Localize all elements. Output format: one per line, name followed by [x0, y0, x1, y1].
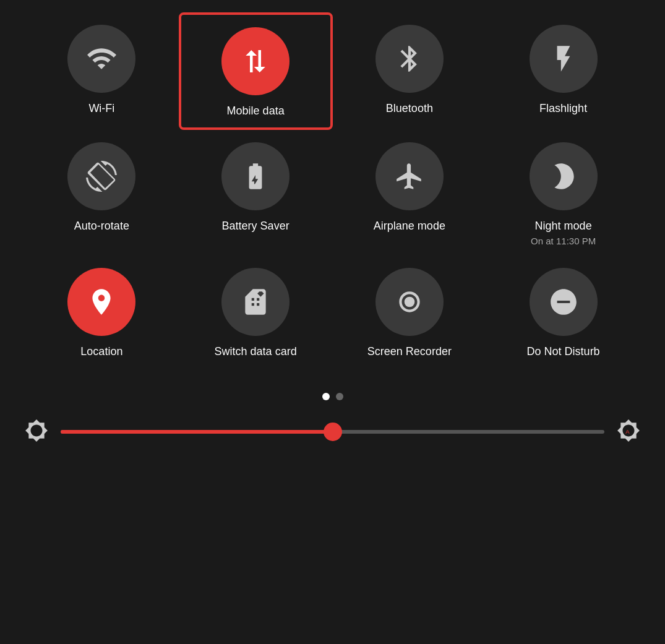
location-icon-circle — [67, 268, 135, 336]
flashlight-icon — [548, 43, 579, 74]
pagination-dots — [0, 393, 665, 400]
svg-text:A: A — [625, 428, 630, 435]
quick-settings-panel: Wi-Fi Mobile data Bluetooth — [0, 0, 665, 445]
wifi-icon — [86, 43, 117, 74]
tile-bluetooth[interactable]: Bluetooth — [333, 12, 487, 130]
battery-saver-label: Battery Saver — [222, 219, 290, 233]
switch-data-card-label: Switch data card — [215, 345, 297, 359]
night-mode-icon-circle — [530, 142, 598, 210]
tile-night-mode[interactable]: Night mode On at 11:30 PM — [486, 130, 640, 255]
dnd-icon — [548, 286, 579, 317]
brightness-low-icon — [25, 419, 48, 445]
dnd-label: Do Not Disturb — [527, 345, 600, 359]
tile-wifi[interactable]: Wi-Fi — [25, 12, 179, 130]
brightness-slider-thumb[interactable] — [324, 423, 342, 441]
bluetooth-icon-circle — [375, 25, 444, 93]
dot-2[interactable] — [336, 393, 343, 400]
wifi-label: Wi-Fi — [88, 101, 114, 116]
tile-switch-data-card[interactable]: Switch data card — [179, 255, 333, 368]
tile-screen-recorder[interactable]: Screen Recorder — [333, 255, 487, 368]
tile-flashlight[interactable]: Flashlight — [486, 12, 640, 130]
airplane-icon — [394, 161, 425, 192]
screen-recorder-label: Screen Recorder — [367, 345, 452, 359]
flashlight-icon-circle — [530, 25, 598, 93]
battery-saver-icon — [240, 161, 271, 192]
mobile-data-icon — [239, 45, 272, 78]
location-icon — [86, 286, 117, 317]
brightness-row: A — [0, 419, 665, 445]
night-mode-icon — [548, 161, 579, 192]
night-mode-label: Night mode — [535, 219, 592, 233]
screen-recorder-icon — [394, 286, 425, 317]
tile-airplane-mode[interactable]: Airplane mode — [333, 130, 487, 255]
dnd-icon-circle — [530, 268, 598, 336]
brightness-slider-track[interactable] — [61, 430, 604, 434]
tiles-grid: Wi-Fi Mobile data Bluetooth — [0, 0, 665, 374]
tile-location[interactable]: Location — [25, 255, 179, 368]
airplane-icon-circle — [375, 142, 444, 210]
airplane-mode-label: Airplane mode — [374, 219, 445, 233]
bluetooth-label: Bluetooth — [386, 101, 433, 116]
bluetooth-icon — [394, 43, 425, 74]
mobile-data-icon-circle — [221, 27, 290, 95]
dot-1[interactable] — [322, 393, 330, 400]
brightness-auto-icon: A — [617, 419, 640, 445]
tile-battery-saver[interactable]: Battery Saver — [179, 130, 333, 255]
tile-do-not-disturb[interactable]: Do Not Disturb — [486, 255, 640, 368]
location-label: Location — [80, 345, 122, 359]
mobile-data-label: Mobile data — [227, 104, 285, 118]
svg-point-0 — [405, 296, 415, 307]
battery-saver-icon-circle — [221, 142, 290, 210]
tile-mobile-data[interactable]: Mobile data — [179, 12, 333, 130]
sim-icon-circle — [221, 268, 290, 336]
sim-icon — [240, 286, 271, 317]
screen-recorder-icon-circle — [375, 268, 444, 336]
tile-auto-rotate[interactable]: Auto-rotate — [25, 130, 179, 255]
night-mode-sublabel: On at 11:30 PM — [531, 236, 596, 246]
auto-rotate-icon — [86, 161, 117, 192]
auto-rotate-icon-circle — [67, 142, 135, 210]
flashlight-label: Flashlight — [539, 101, 587, 116]
wifi-icon-circle — [67, 25, 135, 93]
auto-rotate-label: Auto-rotate — [74, 219, 129, 233]
brightness-slider-fill — [61, 430, 333, 434]
